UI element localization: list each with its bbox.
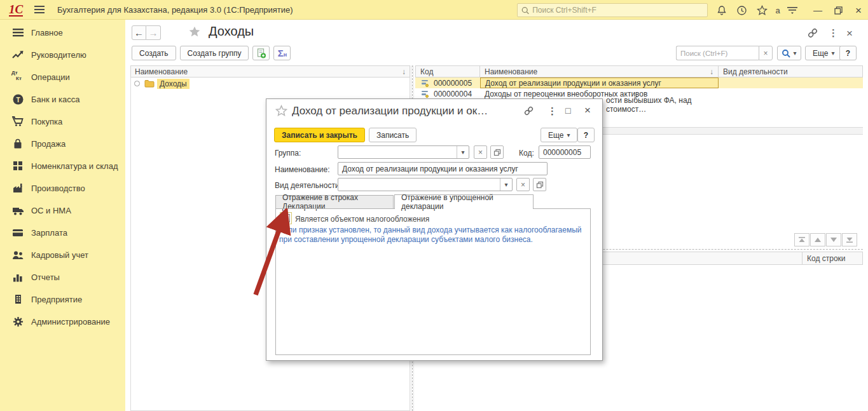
sidebar-item-kadrovyj-uchet[interactable]: Кадровый учет (0, 246, 125, 263)
main-menu-icon[interactable] (34, 5, 45, 16)
column-header-code[interactable]: Код (415, 65, 480, 77)
sidebar-item-os-i-nma[interactable]: ОС и НМА (0, 202, 125, 219)
view-settings-icon[interactable] (786, 4, 799, 16)
create-copy-icon-button[interactable] (252, 46, 270, 60)
favorite-star-icon[interactable] (188, 25, 201, 40)
active-cell[interactable]: Доход от реализации продукции и оказания… (480, 77, 719, 88)
back-button[interactable]: ← (132, 25, 146, 40)
clear-group-icon[interactable]: × (474, 145, 487, 159)
building-icon (11, 293, 24, 306)
close-form-icon[interactable]: × (846, 27, 853, 40)
application-window: 1С Бухгалтерия для Казахстана, редакция … (0, 0, 868, 411)
sidebar-item-administrirovanie[interactable]: Администрирование (0, 313, 125, 330)
column-header-line-code[interactable]: Код строки (807, 254, 846, 263)
sidebar-item-operacii[interactable]: Дт Кт Операции (0, 69, 125, 85)
open-activity-icon[interactable] (533, 178, 546, 191)
factory-icon (11, 182, 24, 194)
expand-circle-icon[interactable] (134, 81, 140, 86)
get-link-icon[interactable] (523, 105, 534, 118)
sidebar-item-nomenklatura[interactable]: Номенклатура и склад (0, 158, 125, 174)
list-search: × (676, 46, 773, 60)
dialog-help-button[interactable]: ? (577, 128, 595, 142)
save-and-close-button[interactable]: Записать и закрыть (274, 128, 365, 142)
sidebar-item-prodazha[interactable]: Продажа (0, 135, 125, 152)
create-group-button[interactable]: Создать группу (180, 46, 249, 60)
gear-icon (11, 315, 24, 328)
get-link-icon[interactable] (807, 27, 818, 41)
catalog-item-icon (422, 79, 430, 87)
tab-simplified-declaration[interactable]: Отражение в упрощенной декларации (394, 194, 534, 209)
code-field[interactable]: 000000005 (539, 145, 591, 159)
totals-sigma-icon-button[interactable]: Σн (273, 46, 291, 60)
close-window-icon[interactable]: × (852, 4, 865, 16)
global-search[interactable] (517, 3, 708, 17)
column-header-name[interactable]: Наименование↓ (480, 65, 719, 77)
clear-activity-icon[interactable]: × (516, 178, 530, 191)
name-field-label: Наименование: (275, 165, 330, 174)
history-icon[interactable] (735, 4, 748, 16)
dialog-more-button[interactable]: Еще▾ (541, 128, 577, 142)
sidebar-item-predpriyatie[interactable]: Предприятие (0, 291, 125, 307)
tree-row-dohody[interactable]: Доходы (130, 78, 410, 89)
grid-icon (11, 159, 24, 172)
list-search-input[interactable] (676, 46, 759, 60)
activity-combo-field[interactable]: ▾ (338, 178, 513, 191)
favorites-star-icon[interactable] (755, 4, 768, 16)
truck-icon (11, 204, 24, 217)
more-dots-icon[interactable]: ⋮ (548, 105, 557, 117)
tab-declaration-lines[interactable]: Отражение в строках Декларации (275, 195, 394, 209)
sidebar-item-glavnoe[interactable]: Главное (0, 24, 125, 41)
sidebar-item-rukovoditelyu[interactable]: Руководителю (0, 46, 125, 63)
bar-chart-icon (11, 271, 24, 283)
open-group-icon[interactable] (490, 145, 504, 159)
page-title: Доходы (209, 24, 254, 39)
sort-desc-icon: ↓ (402, 67, 406, 76)
dropdown-icon[interactable]: ▾ (500, 179, 512, 191)
dialog-title: Доход от реализации продукции и ок… (292, 105, 521, 118)
tree-column-header[interactable]: Наименование↓ (130, 65, 410, 77)
sidebar-item-zarplata[interactable]: Зарплата (0, 224, 125, 241)
coin-icon: Т (11, 93, 24, 105)
minimize-window-icon[interactable]: — (811, 4, 824, 16)
global-search-input[interactable] (532, 6, 703, 15)
move-bottom-icon[interactable] (842, 233, 857, 246)
taxable-checkbox-label[interactable]: Является объектом налогообложения (295, 215, 429, 224)
forward-button[interactable]: → (146, 25, 161, 40)
language-indicator[interactable]: a (771, 4, 784, 16)
sidebar-item-otchety[interactable]: Отчеты (0, 269, 125, 285)
table-header-row: Код Наименование↓ Вид деятельности (415, 65, 863, 77)
1c-logo: 1С (9, 3, 23, 17)
card-icon (11, 226, 24, 239)
catalog-item-icon (422, 90, 430, 98)
sidebar-item-proizvodstvo[interactable]: Производство (0, 180, 125, 196)
name-field[interactable]: Доход от реализации продукции и оказания… (338, 162, 548, 175)
clear-search-icon[interactable]: × (759, 46, 773, 60)
table-row-selected[interactable]: 000000005 Доход от реализации продукции … (415, 77, 863, 88)
tree-item-label[interactable]: Доходы (157, 79, 189, 89)
help-button[interactable]: ? (839, 46, 857, 60)
more-dots-icon[interactable]: ⋮ (829, 27, 838, 39)
move-top-icon[interactable] (794, 233, 809, 246)
move-down-icon[interactable] (826, 233, 841, 246)
sidebar-item-pokupka[interactable]: Покупка (0, 113, 125, 130)
column-divider (802, 252, 803, 264)
close-dialog-icon[interactable]: × (584, 104, 591, 117)
more-button[interactable]: Еще▾ (805, 46, 842, 60)
move-up-icon[interactable] (810, 233, 825, 246)
group-combo-field[interactable]: ▾ (338, 145, 469, 159)
notifications-bell-icon[interactable] (715, 4, 728, 16)
create-button[interactable]: Создать (132, 46, 176, 60)
income-item-dialog: Доход от реализации продукции и ок… ⋮ □ … (266, 98, 603, 361)
favorite-star-icon[interactable] (275, 105, 287, 117)
save-button[interactable]: Записать (369, 128, 417, 142)
sidebar-item-bank-i-kassa[interactable]: Т Банк и касса (0, 91, 125, 107)
activity-field-label: Вид деятельности: (275, 181, 341, 190)
cart-icon (11, 115, 24, 128)
dropdown-icon[interactable]: ▾ (457, 146, 469, 158)
search-options-button[interactable]: ▾ (777, 46, 801, 60)
column-header-activity[interactable]: Вид деятельности (719, 65, 863, 77)
restore-window-icon[interactable] (832, 4, 844, 16)
maximize-icon[interactable]: □ (565, 105, 570, 116)
group-field-label: Группа: (275, 149, 301, 158)
code-field-label: Код: (519, 149, 534, 158)
